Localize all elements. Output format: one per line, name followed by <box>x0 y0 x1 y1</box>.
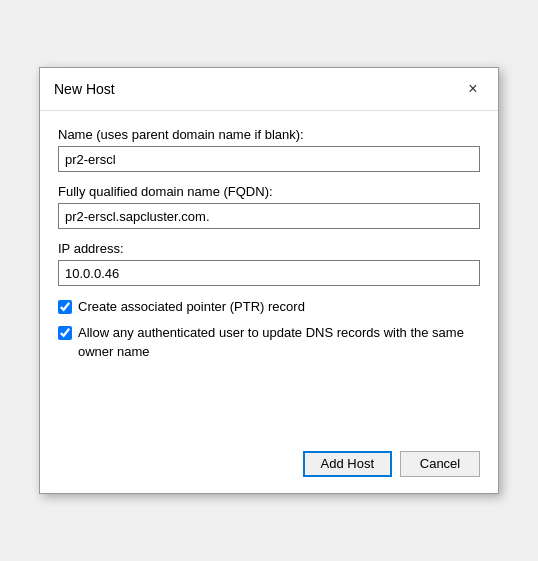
name-field-group: Name (uses parent domain name if blank): <box>58 127 480 172</box>
auth-checkbox-label[interactable]: Allow any authenticated user to update D… <box>78 324 480 360</box>
auth-checkbox[interactable] <box>58 326 72 340</box>
dialog-content: Name (uses parent domain name if blank):… <box>40 111 498 441</box>
fqdn-field-group: Fully qualified domain name (FQDN): <box>58 184 480 229</box>
fqdn-label: Fully qualified domain name (FQDN): <box>58 184 480 199</box>
ptr-checkbox-label[interactable]: Create associated pointer (PTR) record <box>78 298 305 316</box>
title-bar: New Host × <box>40 68 498 111</box>
ptr-checkbox[interactable] <box>58 300 72 314</box>
ip-input[interactable] <box>58 260 480 286</box>
ip-label: IP address: <box>58 241 480 256</box>
fqdn-input[interactable] <box>58 203 480 229</box>
cancel-button[interactable]: Cancel <box>400 451 480 477</box>
auth-checkbox-group: Allow any authenticated user to update D… <box>58 324 480 360</box>
add-host-button[interactable]: Add Host <box>303 451 392 477</box>
new-host-dialog: New Host × Name (uses parent domain name… <box>39 67 499 494</box>
name-label: Name (uses parent domain name if blank): <box>58 127 480 142</box>
spacer <box>58 369 480 429</box>
close-button[interactable]: × <box>462 78 484 100</box>
button-bar: Add Host Cancel <box>40 441 498 493</box>
ptr-checkbox-group: Create associated pointer (PTR) record <box>58 298 480 316</box>
name-input[interactable] <box>58 146 480 172</box>
ip-field-group: IP address: <box>58 241 480 286</box>
dialog-title: New Host <box>54 81 115 97</box>
